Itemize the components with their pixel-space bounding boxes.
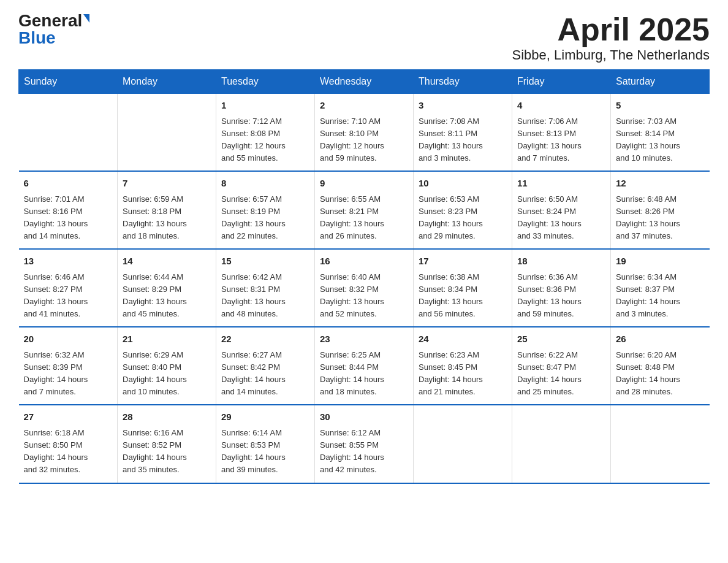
day-info: Sunrise: 6:27 AMSunset: 8:42 PMDaylight:…: [221, 349, 309, 399]
calendar-day-cell: 21Sunrise: 6:29 AMSunset: 8:40 PMDayligh…: [118, 327, 216, 405]
day-info: Sunrise: 6:36 AMSunset: 8:36 PMDaylight:…: [517, 271, 605, 321]
calendar-day-cell: 28Sunrise: 6:16 AMSunset: 8:52 PMDayligh…: [118, 405, 216, 483]
calendar-day-cell: 22Sunrise: 6:27 AMSunset: 8:42 PMDayligh…: [216, 327, 315, 405]
page-header: General Blue April 2025 Sibbe, Limburg, …: [18, 12, 710, 63]
col-thursday: Thursday: [414, 70, 512, 94]
logo-blue-text: Blue: [18, 29, 56, 47]
day-number: 18: [517, 255, 605, 269]
calendar-day-cell: [414, 405, 512, 483]
day-number: 19: [616, 255, 705, 269]
day-number: 12: [616, 177, 705, 191]
day-info: Sunrise: 7:01 AMSunset: 8:16 PMDaylight:…: [24, 193, 113, 243]
calendar-day-cell: 2Sunrise: 7:10 AMSunset: 8:10 PMDaylight…: [315, 94, 414, 172]
page-subtitle: Sibbe, Limburg, The Netherlands: [512, 47, 710, 63]
day-number: 13: [24, 255, 113, 269]
day-number: 15: [221, 255, 309, 269]
calendar-day-cell: 14Sunrise: 6:44 AMSunset: 8:29 PMDayligh…: [118, 249, 216, 327]
day-info: Sunrise: 6:53 AMSunset: 8:23 PMDaylight:…: [419, 193, 507, 243]
day-number: 26: [616, 332, 705, 347]
page-title: April 2025: [512, 12, 710, 47]
day-number: 22: [221, 332, 309, 347]
day-info: Sunrise: 6:48 AMSunset: 8:26 PMDaylight:…: [616, 193, 705, 243]
logo-general-text: General: [18, 12, 82, 29]
col-friday: Friday: [512, 70, 611, 94]
calendar-day-cell: 6Sunrise: 7:01 AMSunset: 8:16 PMDaylight…: [19, 171, 118, 249]
day-info: Sunrise: 6:18 AMSunset: 8:50 PMDaylight:…: [24, 427, 113, 477]
calendar-day-cell: 16Sunrise: 6:40 AMSunset: 8:32 PMDayligh…: [315, 249, 414, 327]
calendar-week-row: 20Sunrise: 6:32 AMSunset: 8:39 PMDayligh…: [19, 327, 710, 405]
calendar-day-cell: 15Sunrise: 6:42 AMSunset: 8:31 PMDayligh…: [216, 249, 315, 327]
day-number: 10: [419, 177, 507, 191]
day-info: Sunrise: 6:25 AMSunset: 8:44 PMDaylight:…: [320, 349, 408, 399]
day-number: 17: [419, 255, 507, 269]
calendar-day-cell: 3Sunrise: 7:08 AMSunset: 8:11 PMDaylight…: [414, 94, 512, 172]
day-info: Sunrise: 6:55 AMSunset: 8:21 PMDaylight:…: [320, 193, 408, 243]
day-number: 5: [616, 99, 705, 113]
calendar-day-cell: 11Sunrise: 6:50 AMSunset: 8:24 PMDayligh…: [512, 171, 611, 249]
calendar-day-cell: 29Sunrise: 6:14 AMSunset: 8:53 PMDayligh…: [216, 405, 315, 483]
day-number: 30: [320, 410, 408, 424]
day-info: Sunrise: 6:46 AMSunset: 8:27 PMDaylight:…: [24, 271, 113, 321]
calendar-day-cell: 9Sunrise: 6:55 AMSunset: 8:21 PMDaylight…: [315, 171, 414, 249]
col-wednesday: Wednesday: [315, 70, 414, 94]
day-number: 25: [517, 332, 605, 347]
day-info: Sunrise: 6:23 AMSunset: 8:45 PMDaylight:…: [419, 349, 507, 399]
day-info: Sunrise: 6:38 AMSunset: 8:34 PMDaylight:…: [419, 271, 507, 321]
col-monday: Monday: [118, 70, 216, 94]
calendar-day-cell: 12Sunrise: 6:48 AMSunset: 8:26 PMDayligh…: [611, 171, 710, 249]
calendar-day-cell: 23Sunrise: 6:25 AMSunset: 8:44 PMDayligh…: [315, 327, 414, 405]
day-number: 8: [221, 177, 309, 191]
calendar-day-cell: 27Sunrise: 6:18 AMSunset: 8:50 PMDayligh…: [19, 405, 118, 483]
day-number: 11: [517, 177, 605, 191]
day-info: Sunrise: 7:03 AMSunset: 8:14 PMDaylight:…: [616, 115, 705, 165]
day-info: Sunrise: 7:10 AMSunset: 8:10 PMDaylight:…: [320, 115, 408, 165]
logo-arrow-icon: [83, 14, 89, 23]
day-number: 23: [320, 332, 408, 347]
day-number: 2: [320, 99, 408, 113]
day-number: 6: [24, 177, 113, 191]
calendar-day-cell: 26Sunrise: 6:20 AMSunset: 8:48 PMDayligh…: [611, 327, 710, 405]
day-number: 24: [419, 332, 507, 347]
day-number: 20: [24, 332, 113, 347]
day-info: Sunrise: 6:22 AMSunset: 8:47 PMDaylight:…: [517, 349, 605, 399]
day-info: Sunrise: 6:50 AMSunset: 8:24 PMDaylight:…: [517, 193, 605, 243]
title-block: April 2025 Sibbe, Limburg, The Netherlan…: [512, 12, 710, 63]
calendar-week-row: 6Sunrise: 7:01 AMSunset: 8:16 PMDaylight…: [19, 171, 710, 249]
day-number: 7: [123, 177, 211, 191]
calendar-day-cell: 18Sunrise: 6:36 AMSunset: 8:36 PMDayligh…: [512, 249, 611, 327]
day-info: Sunrise: 6:59 AMSunset: 8:18 PMDaylight:…: [123, 193, 211, 243]
logo: General Blue: [18, 12, 89, 47]
calendar-day-cell: 20Sunrise: 6:32 AMSunset: 8:39 PMDayligh…: [19, 327, 118, 405]
day-number: 1: [221, 99, 309, 113]
day-info: Sunrise: 6:16 AMSunset: 8:52 PMDaylight:…: [123, 427, 211, 477]
col-tuesday: Tuesday: [216, 70, 315, 94]
calendar-day-cell: 24Sunrise: 6:23 AMSunset: 8:45 PMDayligh…: [414, 327, 512, 405]
day-info: Sunrise: 6:29 AMSunset: 8:40 PMDaylight:…: [123, 349, 211, 399]
calendar-day-cell: 13Sunrise: 6:46 AMSunset: 8:27 PMDayligh…: [19, 249, 118, 327]
day-number: 28: [123, 410, 211, 424]
calendar-day-cell: 4Sunrise: 7:06 AMSunset: 8:13 PMDaylight…: [512, 94, 611, 172]
day-info: Sunrise: 6:40 AMSunset: 8:32 PMDaylight:…: [320, 271, 408, 321]
col-saturday: Saturday: [611, 70, 710, 94]
col-sunday: Sunday: [19, 70, 118, 94]
calendar-day-cell: 25Sunrise: 6:22 AMSunset: 8:47 PMDayligh…: [512, 327, 611, 405]
day-info: Sunrise: 6:20 AMSunset: 8:48 PMDaylight:…: [616, 349, 705, 399]
day-info: Sunrise: 6:32 AMSunset: 8:39 PMDaylight:…: [24, 349, 113, 399]
calendar-table: Sunday Monday Tuesday Wednesday Thursday…: [18, 69, 710, 483]
calendar-day-cell: 17Sunrise: 6:38 AMSunset: 8:34 PMDayligh…: [414, 249, 512, 327]
day-number: 16: [320, 255, 408, 269]
calendar-week-row: 13Sunrise: 6:46 AMSunset: 8:27 PMDayligh…: [19, 249, 710, 327]
day-info: Sunrise: 7:12 AMSunset: 8:08 PMDaylight:…: [221, 115, 309, 165]
calendar-day-cell: [611, 405, 710, 483]
day-info: Sunrise: 6:12 AMSunset: 8:55 PMDaylight:…: [320, 427, 408, 477]
day-info: Sunrise: 6:44 AMSunset: 8:29 PMDaylight:…: [123, 271, 211, 321]
calendar-header-row: Sunday Monday Tuesday Wednesday Thursday…: [19, 70, 710, 94]
day-number: 3: [419, 99, 507, 113]
day-info: Sunrise: 6:57 AMSunset: 8:19 PMDaylight:…: [221, 193, 309, 243]
calendar-day-cell: 7Sunrise: 6:59 AMSunset: 8:18 PMDaylight…: [118, 171, 216, 249]
day-info: Sunrise: 7:08 AMSunset: 8:11 PMDaylight:…: [419, 115, 507, 165]
calendar-day-cell: 1Sunrise: 7:12 AMSunset: 8:08 PMDaylight…: [216, 94, 315, 172]
day-number: 21: [123, 332, 211, 347]
calendar-day-cell: 30Sunrise: 6:12 AMSunset: 8:55 PMDayligh…: [315, 405, 414, 483]
calendar-day-cell: 5Sunrise: 7:03 AMSunset: 8:14 PMDaylight…: [611, 94, 710, 172]
